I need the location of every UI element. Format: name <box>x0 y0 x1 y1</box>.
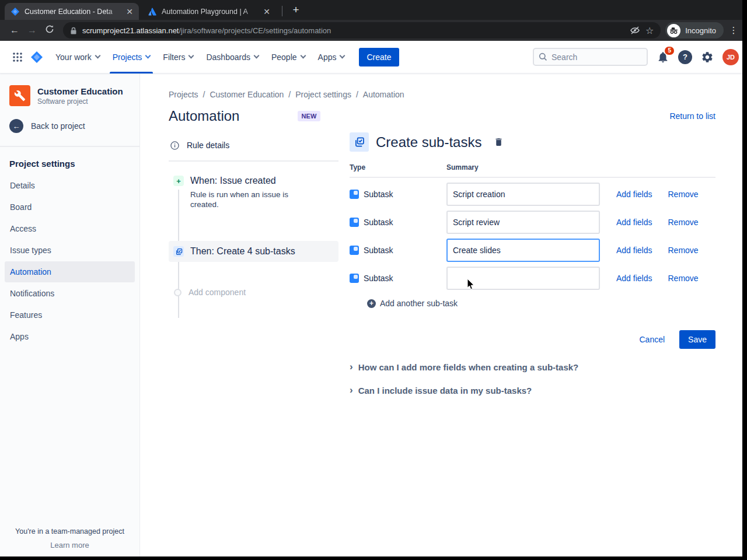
sidebar-item-features[interactable]: Features <box>5 304 135 326</box>
chevron-down-icon <box>145 53 151 59</box>
save-button[interactable]: Save <box>679 330 715 349</box>
subtasks-editor: Create sub-tasks Type Summary Subtask Ad… <box>350 132 715 396</box>
browser-menu-icon[interactable]: ⋮ <box>726 25 741 36</box>
browser-tab-active[interactable]: Customer Education - Deta ✕ <box>5 3 139 20</box>
learn-more-link[interactable]: Learn more <box>0 541 139 550</box>
trigger-plus-icon: + <box>173 176 184 186</box>
return-to-list-link[interactable]: Return to list <box>669 111 715 121</box>
help-button[interactable]: ? <box>678 50 692 64</box>
sidebar-item-issue-types[interactable]: Issue types <box>5 240 135 261</box>
subtask-type-icon <box>350 190 359 199</box>
summary-input[interactable] <box>446 211 600 234</box>
tab-close-icon[interactable]: ✕ <box>126 8 133 16</box>
bookmark-star-icon[interactable]: ☆ <box>645 25 654 36</box>
trigger-component[interactable]: + When: Issue created <box>169 176 338 186</box>
breadcrumb-settings[interactable]: Project settings <box>295 90 351 99</box>
nav-item-apps[interactable]: Apps <box>312 41 351 74</box>
remove-link[interactable]: Remove <box>668 218 698 227</box>
subtask-row: Subtask Add fields Remove <box>350 183 715 206</box>
tab-separator <box>282 6 282 16</box>
tab-close-icon[interactable]: ✕ <box>263 8 270 16</box>
table-header: Type Summary <box>350 163 715 178</box>
breadcrumb-automation[interactable]: Automation <box>363 90 404 99</box>
add-component-button[interactable]: Add component <box>169 288 338 297</box>
page-title: Automation <box>169 108 239 124</box>
delete-action-button[interactable] <box>494 137 504 147</box>
notifications-button[interactable]: 5 <box>657 51 669 64</box>
add-fields-link[interactable]: Add fields <box>616 274 652 283</box>
remove-link[interactable]: Remove <box>668 246 698 255</box>
url-text: scrumproject21.atlassian.net/jira/softwa… <box>82 26 624 35</box>
rule-details-item[interactable]: Rule details <box>169 132 338 162</box>
sidebar-item-notifications[interactable]: Notifications <box>5 283 135 304</box>
browser-back-icon[interactable]: ← <box>6 25 23 36</box>
jira-logo[interactable] <box>28 48 46 66</box>
browser-reload-icon[interactable] <box>41 24 58 36</box>
url-bar[interactable]: scrumproject21.atlassian.net/jira/softwa… <box>63 22 661 38</box>
add-fields-link[interactable]: Add fields <box>616 246 652 255</box>
browser-tab-inactive[interactable]: Automation Playground | A ✕ <box>142 3 276 20</box>
url-path: /jira/software/projects/CE/settings/auto… <box>179 26 331 35</box>
subtask-type-icon <box>350 218 359 227</box>
nav-item-projects[interactable]: Projects <box>106 41 157 74</box>
add-fields-link[interactable]: Add fields <box>616 190 652 199</box>
nav-item-your-work[interactable]: Your work <box>49 41 106 74</box>
notification-count-badge: 5 <box>665 47 674 55</box>
sidebar-item-apps[interactable]: Apps <box>5 326 135 347</box>
summary-input[interactable] <box>446 183 600 206</box>
global-search[interactable] <box>533 48 648 66</box>
sidebar-item-access[interactable]: Access <box>5 218 135 239</box>
subtask-row: Subtask Add fields Remove <box>350 267 715 290</box>
summary-input-focused[interactable] <box>446 239 600 262</box>
subtask-type-label: Subtask <box>364 218 393 227</box>
add-another-subtask-button[interactable]: + Add another sub-task <box>367 299 458 308</box>
incognito-badge: Incognito <box>665 22 724 38</box>
info-icon <box>170 141 179 150</box>
column-summary: Summary <box>446 163 715 172</box>
breadcrumb-projects[interactable]: Projects <box>169 90 198 99</box>
new-tab-button[interactable]: + <box>288 4 303 16</box>
chevron-down-icon <box>340 53 345 59</box>
nav-item-dashboards[interactable]: Dashboards <box>200 41 265 74</box>
main-content: Projects / Customer Education / Project … <box>140 74 747 560</box>
subtask-row: Subtask Add fields Remove <box>350 211 715 234</box>
cancel-button[interactable]: Cancel <box>639 335 665 344</box>
sidebar-section-title: Project settings <box>0 147 139 174</box>
sidebar-item-board[interactable]: Board <box>5 197 135 218</box>
user-avatar[interactable]: JD <box>722 49 739 65</box>
faq-add-more-fields[interactable]: › How can I add more fields when creatin… <box>350 362 715 372</box>
back-to-project[interactable]: ← Back to project <box>0 113 139 139</box>
search-input[interactable] <box>551 52 633 62</box>
browser-chrome: Customer Education - Deta ✕ Automation P… <box>0 0 747 41</box>
project-type: Software project <box>37 97 123 106</box>
nav-item-people[interactable]: People <box>265 41 312 74</box>
chevron-down-icon <box>189 53 194 59</box>
subtasks-header-icon <box>350 132 369 152</box>
atlassian-favicon <box>148 7 157 16</box>
settings-gear-icon[interactable] <box>701 51 714 64</box>
eye-off-icon[interactable] <box>630 26 640 35</box>
remove-link[interactable]: Remove <box>668 274 698 283</box>
project-avatar <box>9 85 30 106</box>
subtask-row: Subtask Add fields Remove <box>350 239 715 262</box>
browser-forward-icon[interactable]: → <box>23 25 41 36</box>
wrench-icon <box>14 90 26 102</box>
faq-include-issue-data[interactable]: › Can I include issue data in my sub-tas… <box>350 386 715 396</box>
action-component-selected[interactable]: Then: Create 4 sub-tasks <box>169 241 338 262</box>
incognito-icon <box>667 24 680 37</box>
subtask-type-icon <box>350 274 359 283</box>
add-fields-link[interactable]: Add fields <box>616 218 652 227</box>
jira-favicon <box>11 7 20 16</box>
sidebar-item-automation[interactable]: Automation <box>5 261 135 282</box>
breadcrumb: Projects / Customer Education / Project … <box>169 90 715 99</box>
app-switcher-icon[interactable] <box>8 48 27 66</box>
subtasks-action-icon <box>173 246 184 257</box>
create-button[interactable]: Create <box>359 48 399 66</box>
project-name: Customer Education <box>37 86 123 96</box>
sidebar-item-details[interactable]: Details <box>5 175 135 196</box>
nav-item-filters[interactable]: Filters <box>156 41 200 74</box>
remove-link[interactable]: Remove <box>668 190 698 199</box>
plus-circle-icon: + <box>367 299 376 308</box>
breadcrumb-project[interactable]: Customer Education <box>210 90 284 99</box>
mouse-cursor <box>467 278 475 290</box>
